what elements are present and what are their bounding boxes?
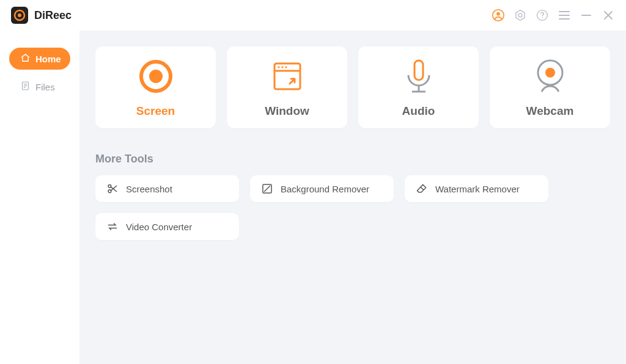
svg-marker-4 bbox=[516, 10, 525, 21]
svg-point-23 bbox=[281, 66, 283, 68]
close-icon[interactable] bbox=[602, 9, 615, 22]
screen-record-icon bbox=[136, 57, 175, 96]
microphone-icon bbox=[401, 57, 436, 96]
tool-label: Screenshot bbox=[126, 184, 172, 194]
tool-video-converter[interactable]: Video Converter bbox=[95, 213, 239, 240]
svg-point-1 bbox=[18, 13, 21, 17]
bg-remove-icon bbox=[261, 183, 273, 195]
svg-line-35 bbox=[264, 186, 270, 192]
recording-modes: Screen Window Audio Webcam bbox=[95, 46, 610, 128]
tool-background-remover[interactable]: Background Remover bbox=[250, 175, 394, 202]
sidebar-item-files[interactable]: Files bbox=[9, 76, 70, 98]
mode-card-screen[interactable]: Screen bbox=[95, 46, 216, 128]
svg-rect-25 bbox=[414, 60, 423, 80]
sidebar-item-home[interactable]: Home bbox=[9, 48, 70, 70]
tool-label: Video Converter bbox=[126, 222, 192, 232]
app-logo: DiReec bbox=[11, 7, 72, 24]
menu-icon[interactable] bbox=[558, 9, 571, 22]
settings-icon[interactable] bbox=[514, 9, 527, 22]
main-panel: Screen Window Audio Webcam bbox=[79, 31, 626, 364]
mode-label: Webcam bbox=[526, 104, 574, 118]
svg-point-19 bbox=[149, 70, 163, 83]
files-icon bbox=[20, 81, 31, 93]
sidebar: Home Files bbox=[0, 31, 79, 364]
tool-screenshot[interactable]: Screenshot bbox=[95, 175, 239, 202]
minimize-icon[interactable] bbox=[580, 9, 593, 22]
svg-point-5 bbox=[518, 13, 522, 17]
account-icon[interactable] bbox=[492, 9, 505, 22]
tool-watermark-remover[interactable]: Watermark Remover bbox=[405, 175, 548, 202]
mode-card-webcam[interactable]: Webcam bbox=[490, 46, 610, 128]
webcam-icon bbox=[532, 57, 568, 96]
window-icon bbox=[270, 57, 305, 96]
mode-card-audio[interactable]: Audio bbox=[358, 46, 479, 128]
svg-line-36 bbox=[421, 187, 424, 190]
svg-point-24 bbox=[285, 66, 287, 68]
eraser-icon bbox=[416, 183, 428, 195]
tool-label: Watermark Remover bbox=[435, 184, 520, 194]
convert-icon bbox=[106, 220, 119, 233]
titlebar: DiReec bbox=[0, 0, 626, 31]
scissors-icon bbox=[106, 183, 119, 195]
mode-label: Audio bbox=[402, 104, 435, 118]
sidebar-item-label: Files bbox=[35, 82, 55, 92]
tool-label: Background Remover bbox=[281, 184, 369, 194]
help-icon[interactable] bbox=[536, 9, 549, 22]
svg-point-3 bbox=[496, 12, 500, 16]
mode-label: Window bbox=[265, 104, 309, 118]
svg-point-29 bbox=[545, 68, 555, 78]
svg-point-31 bbox=[108, 190, 111, 193]
more-tools-grid: Screenshot Background Remover Watermark … bbox=[95, 175, 610, 240]
more-tools-heading: More Tools bbox=[95, 153, 610, 166]
home-icon bbox=[20, 53, 31, 65]
app-name: DiReec bbox=[34, 9, 72, 22]
logo-icon bbox=[11, 7, 28, 24]
mode-card-window[interactable]: Window bbox=[227, 46, 347, 128]
svg-point-22 bbox=[278, 66, 279, 68]
svg-point-7 bbox=[542, 18, 543, 19]
svg-point-30 bbox=[108, 185, 111, 188]
sidebar-item-label: Home bbox=[35, 54, 61, 64]
mode-label: Screen bbox=[136, 104, 175, 118]
